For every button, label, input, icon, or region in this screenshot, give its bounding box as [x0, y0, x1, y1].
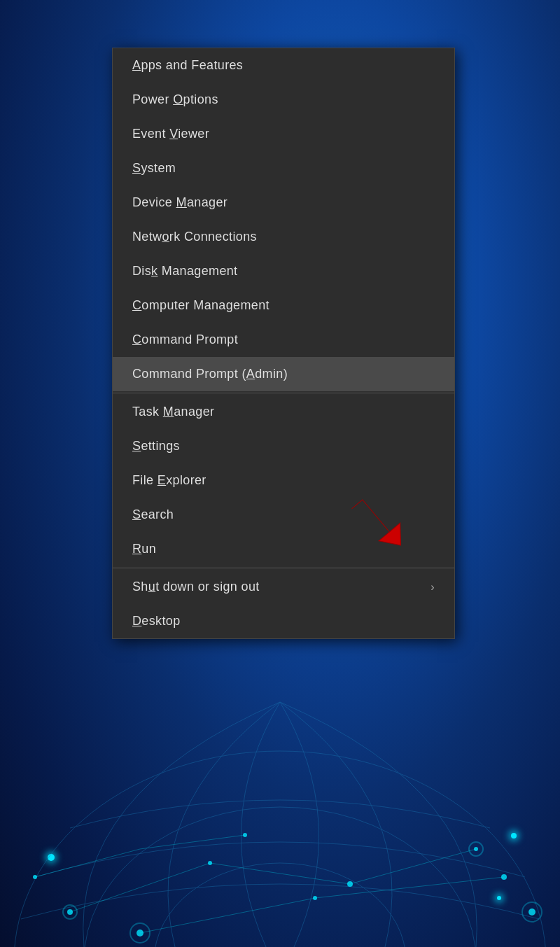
menu-item-desktop[interactable]: Desktop: [113, 604, 454, 638]
menu-item-computer-management[interactable]: Computer Management: [113, 288, 454, 323]
menu-item-label: Shut down or sign out: [132, 580, 260, 594]
menu-item-task-manager[interactable]: Task Manager: [113, 395, 454, 429]
menu-item-settings[interactable]: Settings: [113, 429, 454, 463]
svg-point-0: [14, 751, 546, 947]
svg-line-3: [70, 863, 210, 912]
menu-item-label: Run: [132, 542, 156, 556]
menu-item-apps-features[interactable]: Apps and Features: [113, 48, 454, 83]
menu-item-label: Desktop: [132, 614, 181, 629]
menu-item-label: Computer Management: [132, 298, 270, 313]
menu-item-label: Settings: [132, 439, 180, 454]
svg-point-16: [501, 874, 507, 880]
svg-line-5: [350, 849, 476, 884]
menu-item-shut-down[interactable]: Shut down or sign out ›: [113, 570, 454, 604]
menu-item-network-connections[interactable]: Network Connections: [113, 220, 454, 254]
svg-point-13: [474, 847, 478, 851]
svg-point-1: [84, 807, 476, 947]
svg-point-12: [347, 881, 353, 887]
menu-item-label: Task Manager: [132, 405, 214, 419]
menu-item-label: Command Prompt (Admin): [132, 367, 288, 381]
svg-point-10: [67, 909, 73, 915]
globe-decoration: [0, 667, 560, 947]
svg-point-11: [208, 861, 212, 865]
menu-item-label: Disk Management: [132, 264, 237, 279]
menu-item-label: System: [132, 161, 176, 176]
svg-point-15: [313, 896, 317, 900]
svg-line-8: [35, 849, 140, 877]
menu-item-event-viewer[interactable]: Event Viewer: [113, 117, 454, 151]
separator-2: [113, 568, 454, 568]
menu-item-command-prompt-admin[interactable]: Command Prompt (Admin): [113, 357, 454, 391]
menu-item-label: Apps and Features: [132, 58, 243, 73]
menu-item-system[interactable]: System: [113, 151, 454, 185]
separator-1: [113, 393, 454, 393]
svg-point-17: [33, 875, 37, 879]
menu-item-label: File Explorer: [132, 473, 206, 488]
menu-item-label: Command Prompt: [132, 332, 238, 347]
menu-item-label: Search: [132, 507, 174, 522]
svg-line-4: [210, 863, 350, 884]
menu-item-label: Power Options: [132, 92, 218, 107]
menu-item-label: Event Viewer: [132, 127, 209, 141]
svg-point-18: [243, 833, 247, 837]
red-arrow-pointer: [343, 479, 434, 549]
svg-point-19: [528, 909, 536, 916]
svg-line-7: [315, 877, 504, 898]
menu-item-power-options[interactable]: Power Options: [113, 83, 454, 117]
svg-marker-24: [351, 491, 411, 549]
svg-point-14: [136, 930, 144, 937]
menu-item-label: Network Connections: [132, 230, 257, 244]
context-menu: Apps and Features Power Options Event Vi…: [112, 48, 455, 639]
chevron-right-icon: ›: [430, 581, 435, 594]
menu-item-disk-management[interactable]: Disk Management: [113, 254, 454, 288]
menu-item-command-prompt[interactable]: Command Prompt: [113, 323, 454, 357]
svg-line-6: [140, 898, 315, 933]
menu-item-device-manager[interactable]: Device Manager: [113, 185, 454, 220]
menu-item-label: Device Manager: [132, 195, 227, 210]
